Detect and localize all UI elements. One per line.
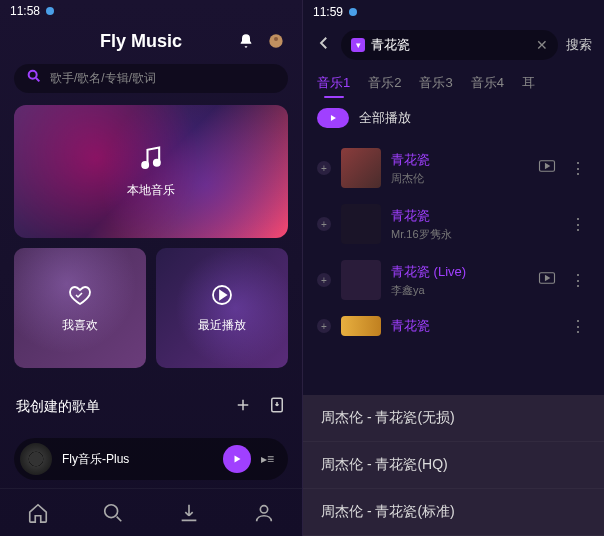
suggestion-item[interactable]: 周杰伦 - 青花瓷(标准)	[303, 489, 604, 536]
status-time: 11:58	[10, 4, 40, 18]
song-more-icon[interactable]: ⋮	[566, 215, 590, 234]
add-song-icon[interactable]: +	[317, 273, 331, 287]
suggestion-item[interactable]: 周杰伦 - 青花瓷(HQ)	[303, 442, 604, 489]
playlist-section-title: 我创建的歌单	[16, 398, 218, 416]
song-item[interactable]: + 青花瓷 Mr.16罗隽永 ⋮	[303, 196, 604, 252]
search-results-screen: 11:59 ▾ 青花瓷 ✕ 搜索 音乐1 音乐2 音乐3 音乐4 耳 全部播放 …	[302, 0, 604, 536]
svg-line-3	[36, 78, 39, 81]
playlist-queue-button[interactable]: ▸≡	[255, 452, 280, 466]
add-song-icon[interactable]: +	[317, 217, 331, 231]
svg-point-4	[142, 162, 148, 168]
play-all-label: 全部播放	[359, 109, 411, 127]
suggestion-item[interactable]: 周杰伦 - 青花瓷(无损)	[303, 395, 604, 442]
search-bar[interactable]: 歌手/歌名/专辑/歌词	[14, 64, 288, 93]
source-tabs: 音乐1 音乐2 音乐3 音乐4 耳	[303, 70, 604, 100]
song-more-icon[interactable]: ⋮	[566, 317, 590, 336]
search-button[interactable]: 搜索	[566, 36, 592, 54]
clear-search-icon[interactable]: ✕	[536, 37, 548, 53]
status-bar: 11:58	[0, 0, 302, 23]
song-info: 青花瓷 (Live) 李鑫ya	[391, 263, 528, 298]
add-song-icon[interactable]: +	[317, 319, 331, 333]
song-item[interactable]: + 青花瓷 (Live) 李鑫ya ⋮	[303, 252, 604, 308]
song-artwork	[341, 204, 381, 244]
now-playing-bar[interactable]: Fly音乐-Plus ▸≡	[14, 438, 288, 480]
app-header: Fly Music	[0, 23, 302, 64]
search-placeholder: 歌手/歌名/专辑/歌词	[50, 70, 156, 87]
status-bar: 11:59	[303, 0, 604, 24]
heart-icon	[68, 283, 92, 311]
card-row: 我喜欢 最近播放	[14, 248, 288, 368]
tab-download[interactable]	[151, 489, 227, 536]
search-header: ▾ 青花瓷 ✕ 搜索	[303, 24, 604, 70]
play-button[interactable]	[223, 445, 251, 473]
svg-point-12	[261, 505, 268, 512]
home-screen: 11:58 Fly Music 歌手/歌名/专辑/歌词 本地音乐 我喜欢	[0, 0, 302, 536]
import-playlist-button[interactable]	[268, 396, 286, 418]
svg-line-11	[117, 516, 122, 521]
playlist-section-header: 我创建的歌单	[0, 378, 302, 428]
music-note-icon	[137, 144, 165, 176]
play-all-icon	[317, 108, 349, 128]
tab-home[interactable]	[0, 489, 76, 536]
favorites-card[interactable]: 我喜欢	[14, 248, 146, 368]
play-all-row[interactable]: 全部播放	[303, 100, 604, 140]
song-artist: Mr.16罗隽永	[391, 227, 556, 242]
song-more-icon[interactable]: ⋮	[566, 271, 590, 290]
play-circle-icon	[210, 283, 234, 311]
song-list: + 青花瓷 周杰伦 ⋮ + 青花瓷 Mr.16罗隽永 ⋮ + 青花瓷 (Live…	[303, 140, 604, 395]
song-artwork	[341, 316, 381, 336]
search-input-box[interactable]: ▾ 青花瓷 ✕	[341, 30, 558, 60]
song-artist: 李鑫ya	[391, 283, 528, 298]
song-item[interactable]: + 青花瓷 周杰伦 ⋮	[303, 140, 604, 196]
song-more-icon[interactable]: ⋮	[566, 159, 590, 178]
svg-point-1	[274, 37, 278, 41]
add-song-icon[interactable]: +	[317, 161, 331, 175]
song-title: 青花瓷	[391, 151, 528, 169]
search-icon	[26, 68, 42, 88]
song-info: 青花瓷 Mr.16罗隽永	[391, 207, 556, 242]
status-time: 11:59	[313, 5, 343, 19]
back-button[interactable]	[315, 34, 333, 56]
song-item[interactable]: + 青花瓷 ⋮	[303, 308, 604, 344]
song-info: 青花瓷	[391, 317, 556, 335]
status-indicator-icon	[349, 8, 357, 16]
song-title: 青花瓷	[391, 317, 556, 335]
search-query: 青花瓷	[371, 36, 536, 54]
svg-point-2	[29, 71, 37, 79]
favorites-label: 我喜欢	[62, 317, 98, 334]
tab-source-3[interactable]: 音乐3	[419, 74, 452, 92]
bottom-tab-bar	[0, 488, 302, 536]
svg-point-10	[105, 504, 118, 517]
song-info: 青花瓷 周杰伦	[391, 151, 528, 186]
local-music-label: 本地音乐	[127, 182, 175, 199]
tab-source-2[interactable]: 音乐2	[368, 74, 401, 92]
notification-icon[interactable]	[236, 31, 256, 51]
now-playing-art	[20, 443, 52, 475]
mv-icon[interactable]	[538, 159, 556, 177]
song-artwork	[341, 148, 381, 188]
recent-card[interactable]: 最近播放	[156, 248, 288, 368]
mv-icon[interactable]	[538, 271, 556, 289]
tab-profile[interactable]	[227, 489, 303, 536]
song-title: 青花瓷	[391, 207, 556, 225]
search-tag-icon: ▾	[351, 38, 365, 52]
song-artist: 周杰伦	[391, 171, 528, 186]
now-playing-title: Fly音乐-Plus	[62, 451, 223, 468]
song-title: 青花瓷 (Live)	[391, 263, 528, 281]
tab-source-5[interactable]: 耳	[522, 74, 535, 92]
app-title: Fly Music	[56, 31, 226, 52]
recent-label: 最近播放	[198, 317, 246, 334]
add-playlist-button[interactable]	[234, 396, 252, 418]
suggestion-list: 周杰伦 - 青花瓷(无损)周杰伦 - 青花瓷(HQ)周杰伦 - 青花瓷(标准)	[303, 395, 604, 536]
tab-source-4[interactable]: 音乐4	[471, 74, 504, 92]
tab-source-1[interactable]: 音乐1	[317, 74, 350, 92]
local-music-card[interactable]: 本地音乐	[14, 105, 288, 239]
status-indicator-icon	[46, 7, 54, 15]
tab-search[interactable]	[76, 489, 152, 536]
avatar-icon[interactable]	[266, 31, 286, 51]
song-artwork	[341, 260, 381, 300]
svg-point-5	[154, 160, 160, 166]
